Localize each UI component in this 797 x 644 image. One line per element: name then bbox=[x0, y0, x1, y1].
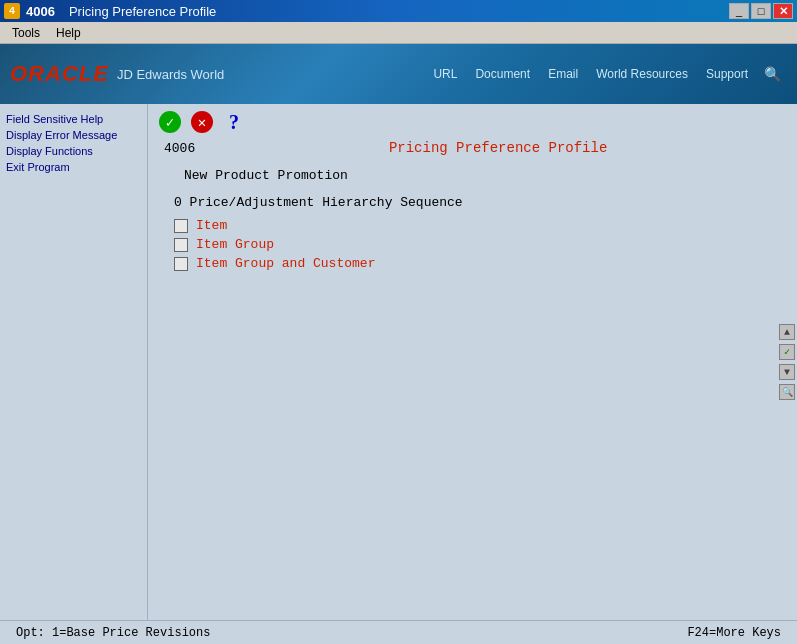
main-area: Field Sensitive Help Display Error Messa… bbox=[0, 104, 797, 620]
titlebar: 4 4006 Pricing Preference Profile _ □ ✕ bbox=[0, 0, 797, 22]
banner-nav: URL Document Email World Resources Suppo… bbox=[425, 64, 787, 85]
nav-world-resources[interactable]: World Resources bbox=[588, 65, 696, 83]
oracle-red-text: ORACLE bbox=[10, 61, 109, 86]
app-icon: 4 bbox=[4, 3, 20, 19]
section-label: New Product Promotion bbox=[164, 168, 781, 183]
status-right: F24=More Keys bbox=[687, 626, 781, 640]
checkbox-item-group[interactable] bbox=[174, 238, 188, 252]
form-title: Pricing Preference Profile bbox=[215, 140, 781, 156]
list-text-item-group: Item Group bbox=[196, 237, 274, 252]
maximize-button[interactable]: □ bbox=[751, 3, 771, 19]
x-icon: ✕ bbox=[191, 111, 213, 133]
close-button[interactable]: ✕ bbox=[773, 3, 793, 19]
status-left: Opt: 1=Base Price Revisions bbox=[16, 626, 210, 640]
confirm-button[interactable]: ✓ bbox=[158, 110, 182, 134]
content: ✓ ✕ ? 4006 Pricing Prefer bbox=[148, 104, 797, 620]
scroll-up-button[interactable]: ▲ bbox=[779, 324, 795, 340]
list-text-item: Item bbox=[196, 218, 227, 233]
scroll-down-button[interactable]: ▼ bbox=[779, 364, 795, 380]
minimize-button[interactable]: _ bbox=[729, 3, 749, 19]
toolbar: ✓ ✕ ? bbox=[148, 104, 797, 140]
check-icon: ✓ bbox=[159, 111, 181, 133]
titlebar-left: 4 4006 Pricing Preference Profile bbox=[4, 3, 216, 19]
checkbox-item-group-customer[interactable] bbox=[174, 257, 188, 271]
help-button[interactable]: ? bbox=[222, 110, 246, 134]
list-item-row-1: Item Group bbox=[164, 237, 781, 252]
menu-help[interactable]: Help bbox=[48, 24, 89, 42]
oracle-brand-text: ORACLE bbox=[10, 61, 109, 87]
cancel-button[interactable]: ✕ bbox=[190, 110, 214, 134]
sidebar-item-field-help[interactable]: Field Sensitive Help bbox=[4, 112, 143, 126]
scrollbar: ▲ ✓ ▼ 🔍 bbox=[779, 324, 795, 400]
sidebar: Field Sensitive Help Display Error Messa… bbox=[0, 104, 148, 620]
list-item-row-2: Item Group and Customer bbox=[164, 256, 781, 271]
scroll-check-button[interactable]: ✓ bbox=[779, 344, 795, 360]
form-title-row: 4006 Pricing Preference Profile bbox=[164, 140, 781, 156]
form-number: 4006 bbox=[164, 141, 195, 156]
banner-search-icon[interactable]: 🔍 bbox=[758, 64, 787, 85]
hierarchy-label: 0 Price/Adjustment Hierarchy Sequence bbox=[164, 195, 781, 210]
sidebar-item-display-functions[interactable]: Display Functions bbox=[4, 144, 143, 158]
content-wrapper: ✓ ✕ ? 4006 Pricing Prefer bbox=[148, 104, 797, 620]
list-text-item-group-customer: Item Group and Customer bbox=[196, 256, 375, 271]
menu-tools[interactable]: Tools bbox=[4, 24, 48, 42]
menubar: Tools Help bbox=[0, 22, 797, 44]
program-number: 4006 bbox=[26, 4, 55, 19]
oracle-logo: ORACLE JD Edwards World bbox=[10, 61, 224, 87]
statusbar: Opt: 1=Base Price Revisions F24=More Key… bbox=[0, 620, 797, 644]
nav-email[interactable]: Email bbox=[540, 65, 586, 83]
titlebar-controls: _ □ ✕ bbox=[729, 3, 793, 19]
checkbox-item[interactable] bbox=[174, 219, 188, 233]
scroll-search-button[interactable]: 🔍 bbox=[779, 384, 795, 400]
form-area: 4006 Pricing Preference Profile New Prod… bbox=[148, 140, 797, 620]
jde-text: JD Edwards World bbox=[117, 67, 224, 82]
titlebar-title: Pricing Preference Profile bbox=[69, 4, 216, 19]
sidebar-item-display-error[interactable]: Display Error Message bbox=[4, 128, 143, 142]
sidebar-item-exit-program[interactable]: Exit Program bbox=[4, 160, 143, 174]
nav-document[interactable]: Document bbox=[467, 65, 538, 83]
nav-support[interactable]: Support bbox=[698, 65, 756, 83]
help-icon: ? bbox=[223, 111, 245, 133]
oracle-banner: ORACLE JD Edwards World URL Document Ema… bbox=[0, 44, 797, 104]
nav-url[interactable]: URL bbox=[425, 65, 465, 83]
list-item-row-0: Item bbox=[164, 218, 781, 233]
